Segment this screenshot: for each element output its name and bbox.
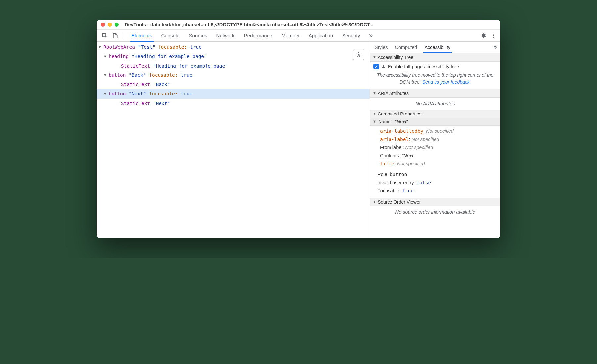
traffic-lights [101,23,119,27]
tab-application[interactable]: Application [304,30,338,41]
close-icon[interactable] [101,23,105,27]
name-source-row: Contents: "Next" [380,152,498,160]
flask-icon [381,64,386,68]
section-title: Accessibility Tree [378,55,413,60]
section-title: Computed Properties [378,111,421,116]
side-tab-styles[interactable]: Styles [371,42,391,53]
svg-point-5 [493,37,494,38]
svg-rect-2 [115,35,117,38]
minimize-icon[interactable] [108,23,112,27]
section-source-order[interactable]: ▼ Source Order Viewer [370,198,500,206]
name-label: Name: [378,119,392,124]
tree-row[interactable]: ▼button "Back" focusable: true [97,70,370,80]
tab-memory[interactable]: Memory [277,30,304,41]
name-source-row: title: Not specified [380,160,498,168]
chevron-down-icon: ▼ [373,112,376,115]
panel-tabs: Elements Console Sources Network Perform… [127,30,365,41]
kebab-icon[interactable] [489,31,498,40]
computed-bottom: Role: button Invalid user entry: false F… [370,170,500,198]
name-value: Next [397,119,406,124]
tree-row[interactable]: ▼RootWebArea "Test" focusable: true [97,42,370,52]
chevron-down-icon: ▼ [373,200,376,204]
main-toolbar: Elements Console Sources Network Perform… [97,30,500,42]
checkbox-checked-icon[interactable]: ✓ [373,64,379,69]
tree-row[interactable]: ▼heading "Heading for example page" [97,52,370,61]
section-accessibility-tree[interactable]: ▼ Accessibility Tree [370,53,500,62]
side-tab-computed[interactable]: Computed [392,42,421,53]
section-computed-properties[interactable]: ▼ Computed Properties [370,110,500,118]
inspect-icon[interactable] [100,31,109,40]
more-tabs-icon[interactable] [366,31,375,40]
computed-name-row[interactable]: ▼ Name: "Next" [370,118,500,126]
tree-row[interactable]: ▼button "Next" focusable: true [97,89,370,98]
chevron-down-icon: ▼ [373,55,376,59]
enable-full-page-tree-row[interactable]: ✓ Enable full-page accessibility tree [373,64,497,69]
separator [123,32,123,39]
panel-body: ▼RootWebArea "Test" focusable: true▼head… [97,42,500,238]
tab-console[interactable]: Console [157,30,184,41]
gear-icon[interactable] [479,31,488,40]
accessibility-tree: ▼RootWebArea "Test" focusable: true▼head… [97,42,370,238]
section-body-a11y-tree: ✓ Enable full-page accessibility tree Th… [370,62,500,89]
svg-point-6 [358,52,359,53]
name-source-row: From label: Not specified [380,143,498,152]
tree-row[interactable]: StaticText "Back" [97,80,370,89]
invalid-value: false [416,180,431,185]
section-aria-attributes[interactable]: ▼ ARIA Attributes [370,89,500,98]
computed-name-sources: aria-labelledby: Not specifiedaria-label… [370,126,500,170]
chevron-down-icon: ▼ [373,119,376,123]
focusable-value: true [402,188,414,193]
svg-point-3 [493,34,494,35]
section-title: ARIA Attributes [378,91,409,96]
aria-empty-text: No ARIA attributes [370,98,500,110]
tab-network[interactable]: Network [212,30,239,41]
devtools-window: DevTools - data:text/html;charset=utf-8,… [97,20,500,238]
tab-elements[interactable]: Elements [127,30,157,41]
sidebar-tabs: Styles Computed Accessibility [370,42,500,53]
titlebar: DevTools - data:text/html;charset=utf-8,… [97,20,500,30]
tab-security[interactable]: Security [338,30,365,41]
side-tab-accessibility[interactable]: Accessibility [421,42,454,53]
tree-row[interactable]: StaticText "Next" [97,99,370,108]
feedback-link[interactable]: Send us your feedback. [422,79,471,85]
section-title: Source Order Viewer [378,199,421,205]
name-source-row: aria-label: Not specified [380,135,498,144]
device-toggle-icon[interactable] [111,31,120,40]
tab-performance[interactable]: Performance [239,30,277,41]
svg-point-4 [493,35,494,36]
tab-sources[interactable]: Sources [184,30,212,41]
window-title: DevTools - data:text/html;charset=utf-8,… [125,22,496,27]
tree-row[interactable]: StaticText "Heading for example page" [97,61,370,70]
name-source-row: aria-labelledby: Not specified [380,127,498,135]
chevron-down-icon: ▼ [373,91,376,95]
zoom-icon[interactable] [115,23,119,27]
checkbox-label: Enable full-page accessibility tree [388,64,459,69]
role-value: button [390,172,407,177]
source-order-empty: No source order information available [370,206,500,218]
more-sidebar-tabs-icon[interactable] [491,43,499,52]
sidebar: Styles Computed Accessibility ▼ Accessib… [370,42,500,238]
tip-text: The accessibility tree moved to the top … [373,72,497,86]
accessibility-icon[interactable] [353,49,364,60]
